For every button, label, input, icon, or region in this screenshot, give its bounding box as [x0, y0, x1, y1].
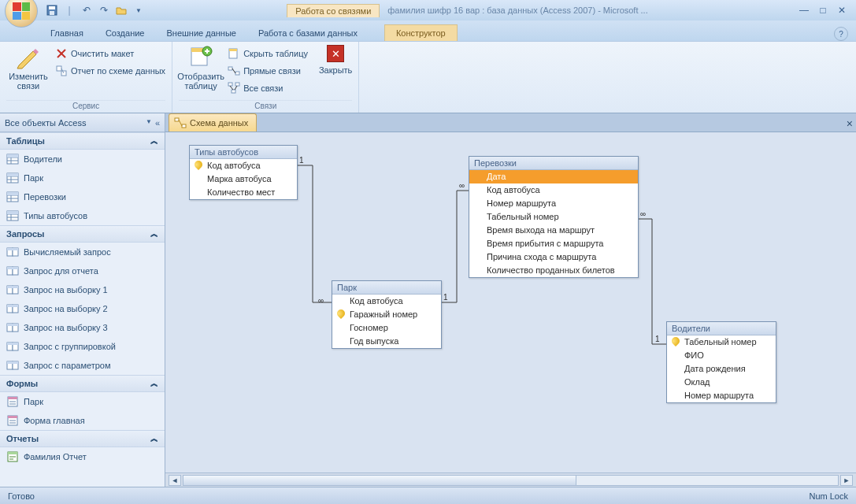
table-field[interactable]: Табельный номер [667, 335, 776, 349]
table-box-header[interactable]: Парк [332, 281, 441, 295]
nav-item-table[interactable]: Типы автобусов [0, 206, 165, 225]
edit-relationships-button[interactable]: Изменить связи [6, 45, 50, 91]
table-field[interactable]: Госномер [332, 321, 441, 335]
nav-dropdown-icon[interactable]: ▼ [146, 118, 152, 128]
svg-rect-5 [57, 66, 61, 71]
table-field[interactable]: Дата рождения [667, 362, 776, 376]
table-box-drivers[interactable]: ВодителиТабельный номерФИОДата рожденияО… [666, 321, 776, 403]
redo-icon[interactable]: ↷ [98, 4, 110, 17]
doc-close-button[interactable]: × [842, 117, 856, 132]
table-field[interactable]: Дата [469, 170, 638, 183]
qat-dropdown-icon[interactable]: ▼ [132, 4, 145, 17]
table-field[interactable]: Причина схода с маршрута [469, 250, 638, 264]
open-icon[interactable] [115, 4, 128, 17]
table-field[interactable]: Год выпуска [332, 335, 441, 348]
context-tab-title: Работа со связями [287, 4, 380, 17]
nav-pane-title-label: Все объекты Access [5, 118, 86, 128]
nav-group-reports[interactable]: Отчеты︽ [0, 430, 165, 447]
table-box-header[interactable]: Водители [667, 322, 776, 335]
hide-table-button[interactable]: Скрыть таблицу [228, 45, 308, 62]
scroll-left-icon[interactable]: ◄ [169, 475, 181, 486]
cardinality-inf: ∞ [640, 209, 646, 218]
nav-item-query[interactable]: Запрос с параметром [0, 356, 165, 375]
nav-pane-title[interactable]: Все объекты Access ▼ « [0, 113, 165, 132]
nav-item-form[interactable]: Форма главная [0, 411, 165, 430]
horizontal-scrollbar[interactable]: ◄ ► [165, 472, 856, 487]
status-ready: Готово [8, 491, 35, 501]
nav-item-label: Перевозки [24, 192, 66, 202]
svg-rect-17 [235, 83, 239, 86]
nav-item-report[interactable]: Фамилия Отчет [0, 447, 165, 466]
all-relations-button[interactable]: Все связи [228, 80, 308, 97]
table-field[interactable]: Номер маршрута [667, 389, 776, 402]
tab-create[interactable]: Создание [94, 25, 156, 41]
table-field[interactable]: Табельный номер [469, 210, 638, 224]
maximize-button[interactable]: □ [817, 4, 829, 17]
query-icon [6, 246, 19, 258]
nav-collapse-icon[interactable]: « [155, 118, 160, 128]
table-field[interactable]: Код автобуса [332, 295, 441, 308]
undo-icon[interactable]: ↶ [80, 4, 93, 17]
table-field[interactable]: Код автобуса [469, 183, 638, 197]
query-icon [6, 284, 19, 296]
direct-relations-button[interactable]: Прямые связи [228, 62, 308, 80]
nav-item-label: Типы автобусов [24, 211, 87, 220]
title-bar: | ↶ ↷ ▼ Работа со связями фамилия шифр 1… [0, 0, 856, 20]
chevron-up-icon: ︽ [150, 228, 158, 239]
show-table-button[interactable]: Отобразить таблицу [179, 45, 223, 91]
table-field[interactable]: Номер маршрута [469, 197, 638, 210]
query-icon [6, 359, 19, 372]
minimize-button[interactable]: — [798, 4, 810, 17]
nav-item-query[interactable]: Запрос на выборку 2 [0, 299, 165, 318]
table-field[interactable]: Гаражный номер [332, 308, 441, 321]
table-field[interactable]: Время прибытия с маршрута [469, 237, 638, 250]
tab-home[interactable]: Главная [39, 25, 94, 41]
save-icon[interactable] [46, 4, 58, 17]
table-field[interactable]: Время выхода на маршрут [469, 224, 638, 237]
table-box-bus-types[interactable]: Типы автобусовКод автобусаМарка автобуса… [189, 145, 298, 200]
table-field[interactable]: Оклад [667, 376, 776, 389]
nav-item-form[interactable]: Парк [0, 392, 165, 411]
nav-item-query[interactable]: Запрос на выборку 3 [0, 318, 165, 337]
nav-group-tables[interactable]: Таблицы︽ [0, 132, 165, 150]
table-field[interactable]: ФИО [667, 349, 776, 362]
svg-rect-12 [229, 49, 237, 51]
table-field[interactable]: Код автобуса [190, 159, 297, 172]
nav-item-table[interactable]: Парк [0, 169, 165, 187]
table-field[interactable]: Марка автобуса [190, 172, 297, 186]
nav-group-queries[interactable]: Запросы︽ [0, 225, 165, 243]
help-button[interactable]: ? [834, 27, 848, 41]
nav-item-query[interactable]: Запрос на выборку 1 [0, 280, 165, 299]
nav-group-forms[interactable]: Формы︽ [0, 375, 165, 392]
nav-item-table[interactable]: Водители [0, 150, 165, 169]
close-relations-button[interactable]: ✕ Закрыть [319, 45, 352, 75]
nav-group-reports-label: Отчеты [6, 434, 39, 443]
clear-layout-button[interactable]: Очистить макет [55, 45, 165, 62]
cardinality-1: 1 [655, 335, 660, 343]
scroll-thumb[interactable] [183, 476, 576, 485]
direct-rel-icon [228, 65, 240, 77]
tab-dbtools[interactable]: Работа с базами данных [247, 25, 369, 41]
scroll-right-icon[interactable]: ► [840, 475, 853, 486]
nav-item-label: Запрос с группировкой [24, 342, 116, 351]
nav-item-query[interactable]: Запрос для отчета [0, 261, 165, 280]
nav-item-query[interactable]: Вычисляемый запрос [0, 243, 165, 261]
close-label: Закрыть [319, 65, 352, 75]
close-window-button[interactable]: ✕ [836, 4, 848, 17]
table-box-park[interactable]: ПаркКод автобусаГаражный номерГосномерГо… [332, 280, 442, 349]
table-box-trips[interactable]: ПеревозкиДатаКод автобусаНомер маршрутаТ… [469, 156, 639, 278]
relationships-canvas[interactable]: 1 ∞ 1 ∞ ∞ 1 Типы автобусовКод автобусаМа… [165, 132, 856, 472]
tab-external[interactable]: Внешние данные [156, 25, 247, 41]
table-box-header[interactable]: Типы автобусов [190, 146, 297, 159]
table-field[interactable]: Количество проданных билетов [469, 264, 638, 277]
doc-tab-schema[interactable]: Схема данных [169, 113, 257, 132]
scroll-track[interactable] [183, 475, 839, 486]
table-box-header[interactable]: Перевозки [469, 157, 638, 170]
svg-line-76 [179, 120, 182, 126]
show-table-icon [188, 45, 213, 70]
nav-item-query[interactable]: Запрос с группировкой [0, 337, 165, 356]
relationships-report-button[interactable]: Отчет по схеме данных [55, 62, 165, 80]
table-field[interactable]: Количество мест [190, 186, 297, 199]
nav-item-table[interactable]: Перевозки [0, 187, 165, 206]
tab-design[interactable]: Конструктор [384, 24, 458, 41]
